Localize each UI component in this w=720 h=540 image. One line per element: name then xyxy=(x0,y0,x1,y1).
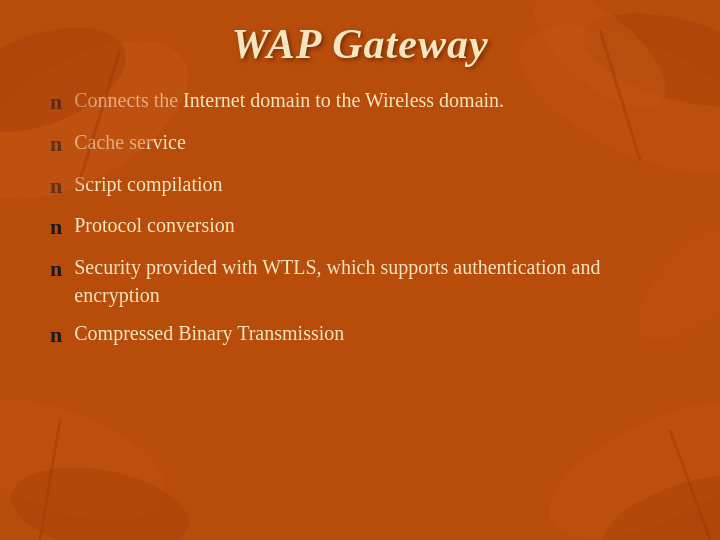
slide: WAP Gateway n Connects the Internet doma… xyxy=(0,0,720,540)
list-item: n Connects the Internet domain to the Wi… xyxy=(50,86,670,118)
bullet-text-3: Script compilation xyxy=(74,170,670,198)
bullet-text-2: Cache service xyxy=(74,128,670,156)
bullet-text-6: Compressed Binary Transmission xyxy=(74,319,670,347)
bullet-marker-5: n xyxy=(50,254,62,285)
bullet-text-5: Security provided with WTLS, which suppo… xyxy=(74,253,670,309)
svg-point-8 xyxy=(593,455,720,540)
bullet-list: n Connects the Internet domain to the Wi… xyxy=(40,86,680,361)
bullet-text-1: Connects the Internet domain to the Wire… xyxy=(74,86,670,114)
bullet-text-4: Protocol conversion xyxy=(74,211,670,239)
list-item: n Compressed Binary Transmission xyxy=(50,319,670,351)
list-item: n Security provided with WTLS, which sup… xyxy=(50,253,670,309)
list-item: n Script compilation xyxy=(50,170,670,202)
svg-point-5 xyxy=(0,375,180,540)
bullet-marker-3: n xyxy=(50,171,62,202)
bullet-marker-4: n xyxy=(50,212,62,243)
svg-point-7 xyxy=(530,374,720,540)
slide-title: WAP Gateway xyxy=(231,20,488,68)
list-item: n Cache service xyxy=(50,128,670,160)
bullet-marker-1: n xyxy=(50,87,62,118)
svg-line-12 xyxy=(40,420,60,540)
svg-line-13 xyxy=(670,430,710,540)
svg-point-6 xyxy=(4,455,195,540)
bullet-marker-2: n xyxy=(50,129,62,160)
bullet-marker-6: n xyxy=(50,320,62,351)
list-item: n Protocol conversion xyxy=(50,211,670,243)
